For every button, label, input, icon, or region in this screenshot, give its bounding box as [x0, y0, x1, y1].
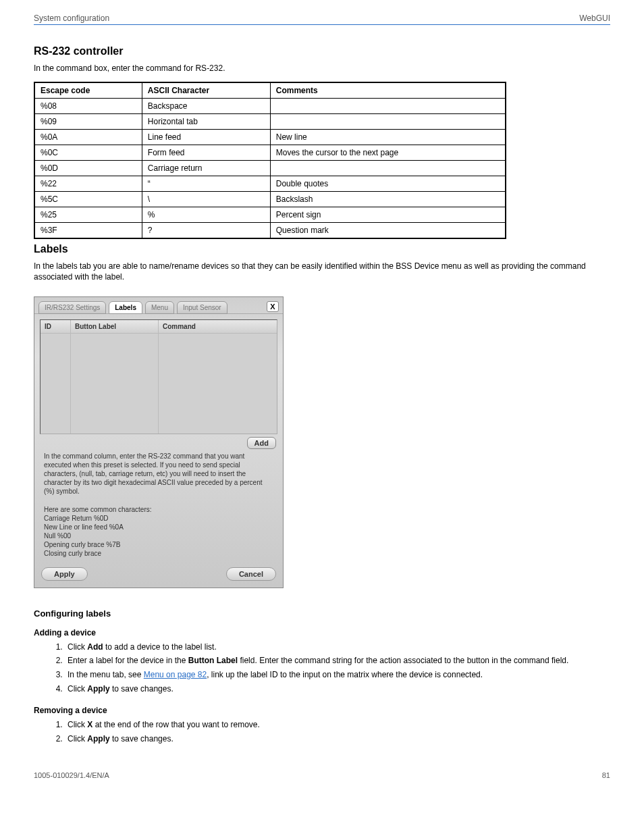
dialog-close-button[interactable]: X — [267, 301, 279, 312]
table-cell: %09 — [34, 114, 142, 130]
step-item: Click Apply to save changes. — [65, 683, 610, 695]
table-cell: ? — [142, 223, 270, 239]
dialog-help-text: In the command column, enter the RS-232 … — [40, 450, 277, 497]
col-header-command: Command — [159, 320, 277, 334]
removing-device-title: Removing a device — [34, 706, 610, 715]
step-bold: Add — [87, 642, 103, 652]
step-item: Enter a label for the device in the Butt… — [65, 655, 610, 667]
th-escape: Escape code — [34, 82, 142, 99]
table-row: %25%Percent sign — [34, 207, 506, 223]
table-row: %22“Double quotes — [34, 176, 506, 192]
table-cell: “ — [142, 176, 270, 192]
section-title-labels: Labels — [34, 243, 610, 255]
step-bold: Button Label — [188, 656, 238, 665]
footer-page-number: 81 — [602, 771, 610, 779]
col-header-id: ID — [41, 320, 70, 334]
labels-paragraph: In the labels tab you are able to name/r… — [34, 261, 610, 282]
table-cell: %3F — [34, 223, 142, 239]
table-cell — [270, 114, 506, 130]
table-cell: Backslash — [270, 192, 506, 207]
step-item: Click Apply to save changes. — [65, 733, 610, 745]
table-cell: Horizontal tab — [142, 114, 270, 130]
help-line: Carriage Return %0D — [44, 514, 273, 523]
step-item: Click Add to add a device to the label l… — [65, 642, 610, 653]
tab-ir-rs232[interactable]: IR/RS232 Settings — [38, 301, 106, 314]
table-cell — [270, 99, 506, 114]
apply-button[interactable]: Apply — [41, 567, 88, 581]
col-header-button-label: Button Label — [71, 320, 158, 334]
tab-input-sensor[interactable]: Input Sensor — [177, 301, 227, 314]
tab-menu[interactable]: Menu — [145, 301, 174, 314]
table-cell: Backspace — [142, 99, 270, 114]
adding-device-title: Adding a device — [34, 628, 610, 637]
config-labels-title: Configuring labels — [34, 608, 610, 619]
page-header: System configuration WebGUI — [34, 14, 610, 25]
table-cell: Carriage return — [142, 161, 270, 176]
labels-grid: ID Button Label Command — [40, 319, 277, 434]
step-bold: X — [87, 720, 92, 729]
table-cell: %0C — [34, 145, 142, 161]
table-cell: Question mark — [270, 223, 506, 239]
table-cell — [270, 161, 506, 176]
table-cell: %08 — [34, 99, 142, 114]
footer-docref: 1005-010029/1.4/EN/A — [34, 771, 109, 779]
adding-device-steps: Click Add to add a device to the label l… — [34, 642, 610, 695]
table-row: %0DCarriage return — [34, 161, 506, 176]
table-cell: %25 — [34, 207, 142, 223]
step-item: Click X at the end of the row that you w… — [65, 719, 610, 731]
section-title-rs232: RS-232 controller — [34, 45, 610, 57]
page-footer: 1005-010029/1.4/EN/A 81 — [34, 771, 610, 779]
help-line: Null %00 — [44, 531, 273, 540]
dialog-help-common: Here are some common characters: Carriag… — [40, 504, 277, 559]
tab-labels[interactable]: Labels — [109, 301, 142, 314]
table-cell: %5C — [34, 192, 142, 207]
table-row: %0ALine feedNew line — [34, 130, 506, 145]
removing-device-steps: Click X at the end of the row that you w… — [34, 719, 610, 745]
step-link[interactable]: Menu on page 82 — [144, 670, 207, 679]
help-line: New Line or line feed %0A — [44, 523, 273, 531]
step-item: In the menu tab, see Menu on page 82, li… — [65, 669, 610, 681]
help-common-intro: Here are some common characters: — [44, 505, 273, 514]
table-row: %3F?Question mark — [34, 223, 506, 239]
cancel-button[interactable]: Cancel — [226, 567, 276, 581]
table-row: %09Horizontal tab — [34, 114, 506, 130]
step-bold: Apply — [87, 734, 109, 744]
help-line: Opening curly brace %7B — [44, 540, 273, 549]
table-cell: %0A — [34, 130, 142, 145]
escape-code-table: Escape code ASCII Character Comments %08… — [34, 82, 506, 239]
intro-paragraph: In the command box, enter the command fo… — [34, 63, 610, 74]
table-cell: \ — [142, 192, 270, 207]
table-row: %5C\Backslash — [34, 192, 506, 207]
table-cell: %0D — [34, 161, 142, 176]
table-header-row: Escape code ASCII Character Comments — [34, 82, 506, 99]
step-bold: Apply — [87, 684, 109, 694]
table-cell: Form feed — [142, 145, 270, 161]
header-left: System configuration — [34, 14, 109, 23]
table-cell: %22 — [34, 176, 142, 192]
table-cell: New line — [270, 130, 506, 145]
dialog-tabs: IR/RS232 Settings Labels Menu Input Sens… — [34, 297, 283, 314]
th-ascii: ASCII Character — [142, 82, 270, 99]
table-cell: Double quotes — [270, 176, 506, 192]
header-right: WebGUI — [579, 14, 610, 23]
table-cell: Percent sign — [270, 207, 506, 223]
add-button[interactable]: Add — [247, 437, 276, 449]
table-cell: % — [142, 207, 270, 223]
labels-dialog: X IR/RS232 Settings Labels Menu Input Se… — [34, 296, 284, 588]
table-cell: Moves the cursor to the next page — [270, 145, 506, 161]
table-cell: Line feed — [142, 130, 270, 145]
table-row: %08Backspace — [34, 99, 506, 114]
th-comments: Comments — [270, 82, 506, 99]
table-row: %0CForm feedMoves the cursor to the next… — [34, 145, 506, 161]
help-line: Closing curly brace — [44, 549, 273, 558]
